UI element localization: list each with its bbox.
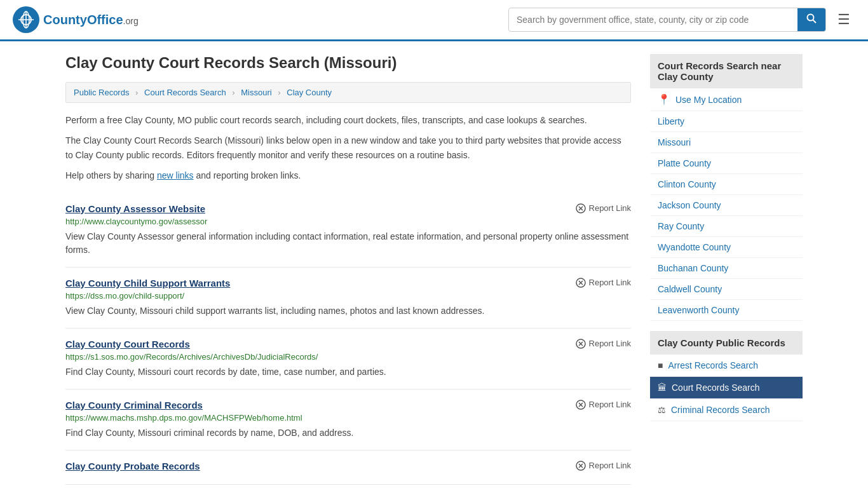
record-entry-1: Clay County Child Support Warrants Repor… xyxy=(65,268,631,329)
arrest-records-icon: ■ xyxy=(658,360,663,370)
sidebar-location-wyandotte-county[interactable]: Wyandotte County xyxy=(650,237,803,258)
sidebar-court-records[interactable]: 🏛 Court Records Search xyxy=(650,377,803,399)
sidebar-location-caldwell-county[interactable]: Caldwell County xyxy=(650,279,803,300)
description-para2: The Clay County Court Records Search (Mi… xyxy=(65,133,631,162)
sidebar-location-missouri[interactable]: Missouri xyxy=(650,132,803,153)
report-link-0[interactable]: Report Link xyxy=(576,203,631,214)
logo-area: CountyOffice.org xyxy=(13,6,139,33)
logo-icon xyxy=(13,6,39,33)
sidebar-location-jackson-county[interactable]: Jackson County xyxy=(650,195,803,216)
hamburger-button[interactable]: ☰ xyxy=(832,9,855,30)
breadcrumb-public-records[interactable]: Public Records xyxy=(74,88,129,97)
record-desc-3: Find Clay County, Missouri criminal reco… xyxy=(65,426,631,440)
content-area: Clay County Court Records Search (Missou… xyxy=(65,54,631,485)
header-right: ☰ xyxy=(508,8,855,32)
records-list: Clay County Assessor Website Report Link… xyxy=(65,193,631,485)
record-desc-0: View Clay County Assessor general inform… xyxy=(65,230,631,257)
sidebar-location-liberty[interactable]: Liberty xyxy=(650,111,803,132)
sidebar-arrest-records[interactable]: ■ Arrest Records Search xyxy=(650,355,803,377)
report-icon-0 xyxy=(576,203,586,214)
sidebar-court-records-label: Court Records Search xyxy=(672,383,760,393)
report-icon-4 xyxy=(576,461,586,471)
sidebar-records-list: ■ Arrest Records Search 🏛 Court Records … xyxy=(650,355,803,421)
record-entry-4: Clay County Probate Records Report Link xyxy=(65,451,631,485)
sidebar-nearby-list: Liberty Missouri Platte County Clinton C… xyxy=(650,111,803,321)
criminal-records-icon: ⚖ xyxy=(658,405,666,415)
record-title-4[interactable]: Clay County Probate Records xyxy=(65,461,200,471)
report-icon-3 xyxy=(576,400,586,410)
record-desc-2: Find Clay County, Missouri court records… xyxy=(65,365,631,379)
report-link-2[interactable]: Report Link xyxy=(576,339,631,349)
sidebar-location-buchanan-county[interactable]: Buchanan County xyxy=(650,258,803,279)
record-url-3: https://www.machs.mshp.dps.mo.gov/MACHSF… xyxy=(65,413,631,423)
record-url-1: https://dss.mo.gov/child-support/ xyxy=(65,291,631,301)
report-icon-1 xyxy=(576,278,586,288)
court-records-icon: 🏛 xyxy=(658,383,667,393)
search-button[interactable] xyxy=(797,8,825,31)
report-link-3[interactable]: Report Link xyxy=(576,400,631,410)
page-title: Clay County Court Records Search (Missou… xyxy=(65,54,631,72)
report-link-1[interactable]: Report Link xyxy=(576,278,631,288)
logo-text: CountyOffice.org xyxy=(43,13,139,27)
record-desc-1: View Clay County, Missouri child support… xyxy=(65,304,631,318)
breadcrumb-clay-county[interactable]: Clay County xyxy=(287,88,332,97)
sidebar: Court Records Search near Clay County 📍 … xyxy=(650,54,803,485)
pin-icon: 📍 xyxy=(658,93,670,105)
sidebar-location-ray-county[interactable]: Ray County xyxy=(650,216,803,237)
record-title-0[interactable]: Clay County Assessor Website xyxy=(65,203,205,214)
search-input[interactable] xyxy=(509,10,797,30)
report-icon-2 xyxy=(576,339,586,349)
record-entry-0: Clay County Assessor Website Report Link… xyxy=(65,193,631,268)
new-links-link[interactable]: new links xyxy=(157,170,194,180)
use-my-location[interactable]: 📍 Use My Location xyxy=(650,88,803,111)
record-entry-3: Clay County Criminal Records Report Link… xyxy=(65,390,631,451)
record-url-0: http://www.claycountymo.gov/assessor xyxy=(65,217,631,226)
sidebar-location-clinton-county[interactable]: Clinton County xyxy=(650,174,803,195)
record-entry-2: Clay County Court Records Report Link ht… xyxy=(65,329,631,390)
description-para1: Perform a free Clay County, MO public co… xyxy=(65,113,631,127)
record-url-2: https://s1.sos.mo.gov/Records/Archives/A… xyxy=(65,352,631,362)
sidebar-criminal-records[interactable]: ⚖ Criminal Records Search xyxy=(650,399,803,421)
main-container: Clay County Court Records Search (Missou… xyxy=(53,41,815,488)
record-title-1[interactable]: Clay County Child Support Warrants xyxy=(65,278,230,288)
record-title-3[interactable]: Clay County Criminal Records xyxy=(65,400,203,410)
svg-point-5 xyxy=(808,15,814,21)
description-para3: Help others by sharing new links and rep… xyxy=(65,168,631,182)
sidebar-location-leavenworth-county[interactable]: Leavenworth County xyxy=(650,300,803,321)
search-bar xyxy=(508,8,826,32)
sidebar-nearby-title: Court Records Search near Clay County xyxy=(650,54,803,88)
sidebar-location-platte-county[interactable]: Platte County xyxy=(650,153,803,174)
breadcrumb-court-records-search[interactable]: Court Records Search xyxy=(144,88,226,97)
report-link-4[interactable]: Report Link xyxy=(576,461,631,471)
record-title-2[interactable]: Clay County Court Records xyxy=(65,339,190,349)
svg-line-6 xyxy=(813,20,817,24)
breadcrumb: Public Records › Court Records Search › … xyxy=(65,82,631,103)
breadcrumb-missouri[interactable]: Missouri xyxy=(241,88,271,97)
sidebar-records-title: Clay County Public Records xyxy=(650,331,803,355)
header: CountyOffice.org ☰ xyxy=(0,0,868,41)
